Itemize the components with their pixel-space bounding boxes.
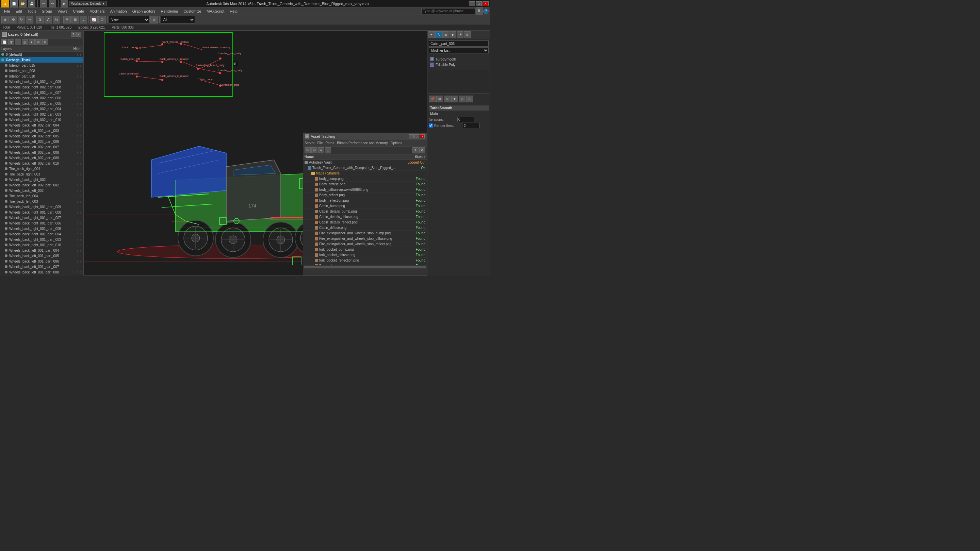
close-btn[interactable]: ✕ [482,2,488,6]
modifier-show-result-btn[interactable]: ◎ [444,95,450,102]
asset-item-7[interactable]: body_reflection.pngFound [303,198,427,203]
layer-item-36[interactable]: Wheels_back_left_001_part_004⋮⋮ [0,248,83,253]
render-iters-checkbox[interactable] [429,124,433,127]
layer-item-21[interactable]: Tire_back_right_004⋮⋮ [0,166,83,171]
asset-item-2[interactable]: Maps / Shaders [303,171,427,176]
layer-item-4[interactable]: Interior_part_010⋮⋮ [0,73,83,79]
asset-item-14[interactable]: Fire_extinguisher_and_wheels_stop_diffus… [303,236,427,241]
menu-modifiers[interactable]: Modifiers [87,8,108,14]
scale-tool[interactable]: ⇔ [26,16,33,24]
asset-strip-btn[interactable]: ✂ [318,147,324,153]
layer-item-22[interactable]: Tire_back_right_003⋮⋮ [0,171,83,177]
layer-expand-btn[interactable]: ⊞ [42,39,48,45]
asset-item-0[interactable]: Autodesk VaultLogged Out [303,160,427,165]
asset-maximize-btn[interactable]: □ [414,134,419,138]
menu-customize[interactable]: Customize [181,8,204,14]
render-iters-input[interactable] [463,123,480,128]
rotate-tool[interactable]: ↻ [18,16,25,24]
save-btn[interactable]: 💾 [28,0,35,8]
layer-item-1[interactable]: Garbage_Truck⋮⋮ [0,57,83,63]
asset-item-10[interactable]: Cabin_details_diffuse.pngFound [303,214,427,220]
undo-btn[interactable]: ↩ [40,0,47,8]
asset-close-btn[interactable]: ✕ [420,134,425,138]
asset-help-btn[interactable]: ? [412,147,418,153]
keyword-search[interactable] [421,8,476,14]
percent-snap-btn[interactable]: % [53,16,60,24]
menu-rendering[interactable]: Rendering [158,8,181,14]
search-icon[interactable]: 🔍 [476,8,483,15]
layer-item-32[interactable]: Wheels_back_right_001_part_005⋮⋮ [0,226,83,231]
layer-item-24[interactable]: Wheels_back_left_002_part_002⋮⋮ [0,182,83,188]
modifier-remove-btn[interactable]: ✕ [466,95,473,102]
modifier-pin-btn[interactable]: 📌 [429,95,436,102]
asset-item-4[interactable]: Body_diffuse.pngFound [303,182,427,187]
asset-scroll-thumb[interactable] [304,266,426,268]
layer-item-7[interactable]: Wheels_back_right_002_part_007⋮⋮ [0,90,83,95]
layer-item-20[interactable]: Wheels_back_left_002_part_010⋮⋮ [0,160,83,166]
menu-help[interactable]: Help [227,8,240,14]
layer-item-10[interactable]: Wheels_back_right_002_part_004⋮⋮ [0,106,83,111]
modifier-list-dropdown[interactable]: Modifier List [429,47,488,53]
asset-item-9[interactable]: Cabin_details_bump.pngFound [303,209,427,214]
layer-item-18[interactable]: Wheels_back_left_002_part_008⋮⋮ [0,150,83,155]
maximize-btn[interactable]: □ [476,2,482,6]
menu-tools[interactable]: Tools [25,8,39,14]
modifier-editable-poly[interactable]: ⬡ Editable Poly [429,62,488,67]
minimize-btn[interactable]: — [469,2,475,6]
layer-item-25[interactable]: Wheels_back_left_002⋮⋮ [0,188,83,193]
layer-btn[interactable]: L [80,16,87,24]
layer-settings-btn[interactable]: ⚙ [35,39,41,45]
asset-item-15[interactable]: Fire_extinguisher_and_wheels_stop_reflec… [303,241,427,247]
create-panel-btn[interactable]: ✦ [428,31,435,38]
asset-minimize-btn[interactable]: — [409,134,414,138]
layer-item-37[interactable]: Wheels_back_left_001_part_005⋮⋮ [0,253,83,259]
asset-item-3[interactable]: body_bump.pngFound [303,176,427,182]
curve-editor-btn[interactable]: 📈 [90,16,98,24]
iterations-input[interactable] [457,117,474,122]
layer-delete-btn[interactable]: 🗑 [8,39,14,45]
layer-item-38[interactable]: Wheels_back_left_001_part_006⋮⋮ [0,259,83,264]
layer-item-9[interactable]: Wheels_back_right_002_part_005⋮⋮ [0,101,83,106]
asset-item-6[interactable]: Body_reflect.pngFound [303,192,427,198]
asset-item-16[interactable]: fork_pocket_bump.pngFound [303,247,427,252]
asset-item-18[interactable]: fork_pocket_reflection.pngFound [303,258,427,263]
layer-item-30[interactable]: Wheels_back_right_001_part_007⋮⋮ [0,215,83,221]
layer-close-btn[interactable]: ✕ [76,32,81,37]
layer-item-31[interactable]: Wheels_back_right_001_part_006⋮⋮ [0,221,83,226]
asset-menu-file[interactable]: File [317,141,323,145]
asset-menu-server[interactable]: Server [305,141,314,145]
layer-item-35[interactable]: Wheels_back_right_001_part_010⋮⋮ [0,242,83,248]
asset-item-1[interactable]: Trash_Truck_Generic_with_Dumpster_Blue_R… [303,165,427,171]
menu-edit[interactable]: Edit [13,8,25,14]
layer-select-btn[interactable]: ◎ [22,39,28,45]
new-btn[interactable]: 📄 [10,0,18,8]
schematic-view-btn[interactable]: ⬡ [98,16,106,24]
layer-item-17[interactable]: Wheels_back_left_002_part_007⋮⋮ [0,144,83,150]
mirror-btn[interactable]: M [63,16,71,24]
asset-settings-btn[interactable]: ⚙ [419,147,425,153]
reference-coord-selector[interactable]: View World Local [109,16,150,24]
layer-item-3[interactable]: Interior_part_008⋮⋮ [0,68,83,73]
redo-btn[interactable]: ↪ [49,0,56,8]
layer-item-13[interactable]: Wheels_back_left_002_part_004⋮⋮ [0,122,83,128]
asset-menu-options[interactable]: Options [391,141,402,145]
asset-list[interactable]: Autodesk VaultLogged OutTrash_Truck_Gene… [303,160,427,265]
modifier-show-end-btn[interactable]: ⊞ [436,95,443,102]
align-btn[interactable]: ⊞ [72,16,79,24]
menu-maxscript[interactable]: MAXScript [204,8,227,14]
layer-item-34[interactable]: Wheels_back_right_001_part_003⋮⋮ [0,237,83,242]
transform-center-btn[interactable]: ⊙ [150,16,158,24]
menu-file[interactable]: File [2,8,13,14]
object-name-field[interactable] [429,40,488,47]
open-btn[interactable]: 📂 [19,0,27,8]
menu-graph-editors[interactable]: Graph Editors [130,8,158,14]
layer-new-btn[interactable]: 📄 [2,39,8,45]
menu-animation[interactable]: Animation [108,8,130,14]
utilities-btn[interactable]: ⚙ [464,31,471,38]
display-btn[interactable]: 👁 [457,31,463,38]
modifier-sub-obj-btn[interactable]: ▼ [451,95,458,102]
workspace-selector[interactable]: Workspace: Default ▼ [69,1,107,6]
layer-item-29[interactable]: Wheels_back_right_001_part_008⋮⋮ [0,210,83,215]
asset-item-11[interactable]: Cabin_details_reflect.pngFound [303,220,427,225]
layer-add-btn[interactable]: + [15,39,21,45]
